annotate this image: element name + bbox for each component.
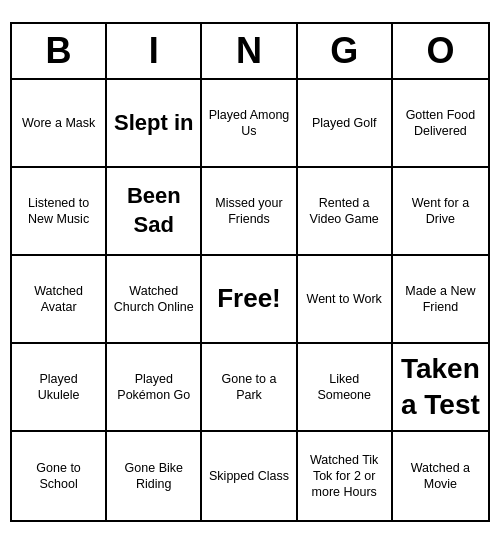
bingo-cell-11: Watched Church Online [107,256,202,344]
bingo-cell-20: Gone to School [12,432,107,520]
bingo-cell-16: Played Pokémon Go [107,344,202,432]
bingo-cell-1: Slept in [107,80,202,168]
bingo-cell-9: Went for a Drive [393,168,488,256]
bingo-cell-2: Played Among Us [202,80,297,168]
bingo-card: BINGO Wore a MaskSlept inPlayed Among Us… [10,22,490,522]
bingo-cell-5: Listened to New Music [12,168,107,256]
bingo-header: BINGO [12,24,488,80]
bingo-cell-4: Gotten Food Delivered [393,80,488,168]
header-letter-n: N [202,24,297,78]
header-letter-i: I [107,24,202,78]
header-letter-b: B [12,24,107,78]
bingo-cell-24: Watched a Movie [393,432,488,520]
bingo-cell-22: Skipped Class [202,432,297,520]
bingo-cell-21: Gone Bike Riding [107,432,202,520]
header-letter-o: O [393,24,488,78]
header-letter-g: G [298,24,393,78]
bingo-cell-7: Missed your Friends [202,168,297,256]
bingo-cell-12: Free! [202,256,297,344]
bingo-cell-13: Went to Work [298,256,393,344]
bingo-cell-15: Played Ukulele [12,344,107,432]
bingo-cell-17: Gone to a Park [202,344,297,432]
bingo-cell-14: Made a New Friend [393,256,488,344]
bingo-cell-10: Watched Avatar [12,256,107,344]
bingo-cell-6: Been Sad [107,168,202,256]
bingo-cell-23: Watched Tik Tok for 2 or more Hours [298,432,393,520]
bingo-cell-3: Played Golf [298,80,393,168]
bingo-cell-18: Liked Someone [298,344,393,432]
bingo-grid: Wore a MaskSlept inPlayed Among UsPlayed… [12,80,488,520]
bingo-cell-19: Taken a Test [393,344,488,432]
bingo-cell-8: Rented a Video Game [298,168,393,256]
bingo-cell-0: Wore a Mask [12,80,107,168]
